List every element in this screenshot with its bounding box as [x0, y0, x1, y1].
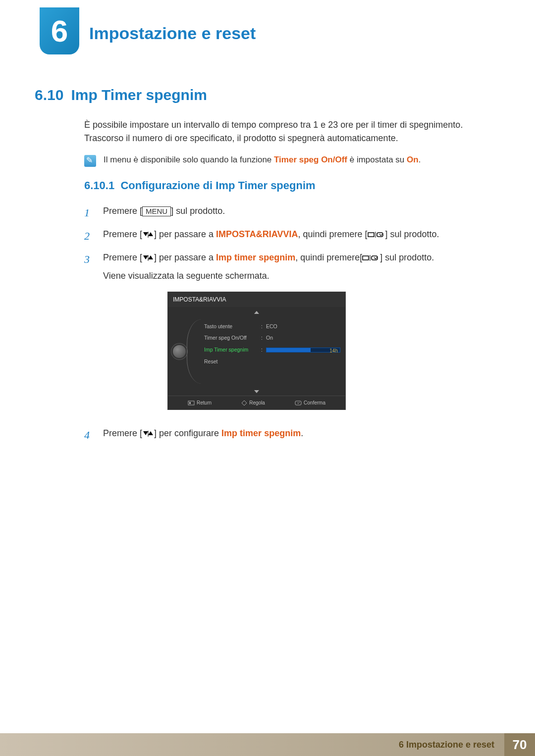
osd-up-arrow [168, 307, 345, 317]
down-up-icon [142, 231, 154, 238]
svg-marker-12 [254, 311, 259, 314]
osd-footer: Return Regola Conferma [168, 396, 345, 409]
note: Il menu è disponibile solo quando la fun… [84, 155, 476, 167]
step-3: 3 Premere [ ] per passare a Imp timer sp… [84, 251, 476, 420]
note-text: Il menu è disponibile solo quando la fun… [104, 155, 421, 165]
note-icon [84, 155, 96, 167]
osd-row-active: Imp Timer spegnim: 14h [204, 344, 340, 356]
svg-rect-3 [368, 233, 374, 237]
step-1: 1 Premere [MENU] sul prodotto. [84, 204, 476, 221]
section-title: Imp Timer spegnim [71, 87, 207, 103]
step-number: 3 [84, 251, 94, 267]
section-number: 6.10 [35, 87, 63, 103]
step-3-extra: Viene visualizzata la seguente schermata… [103, 269, 434, 283]
step-number: 2 [84, 228, 94, 244]
osd-footer-return: Return [188, 399, 212, 406]
osd-row: Tasto utente:ECO [204, 321, 340, 333]
return-icon [188, 401, 195, 405]
gear-icon [173, 345, 186, 358]
osd-down-arrow [168, 386, 345, 396]
chapter-title: Impostazione e reset [89, 24, 256, 43]
svg-rect-14 [188, 401, 194, 405]
adjust-icon [241, 400, 247, 406]
subsection-heading: 6.10.1 Configurazione di Imp Timer spegn… [84, 179, 495, 192]
svg-marker-1 [148, 232, 153, 236]
footer-chapter-label: 6 Impostazione e reset [0, 733, 504, 756]
svg-rect-17 [295, 401, 301, 405]
step-list: 1 Premere [MENU] sul prodotto. 2 Premere… [84, 204, 476, 443]
chapter-header: 6 Impostazione e reset [40, 10, 495, 57]
step-4: 4 Premere [ ] per configurare Imp timer … [84, 427, 476, 443]
svg-marker-7 [148, 255, 153, 259]
svg-marker-19 [148, 431, 153, 435]
step-2: 2 Premere [ ] per passare a IMPOSTA&RIAV… [84, 228, 476, 244]
osd-title: IMPOSTA&RIAVVIA [168, 292, 345, 307]
confirm-icon [295, 401, 302, 405]
osd-panel: IMPOSTA&RIAVVIA Tasto utente:ECO [167, 292, 346, 410]
svg-marker-18 [143, 431, 148, 435]
step-number: 4 [84, 427, 94, 443]
svg-rect-9 [363, 256, 369, 260]
osd-footer-adjust: Regola [241, 399, 265, 406]
svg-marker-0 [143, 232, 148, 236]
down-up-icon [142, 254, 154, 261]
intro-paragraph: È possibile impostare un intervallo di t… [84, 118, 476, 145]
select-enter-icon [368, 231, 385, 238]
svg-marker-16 [242, 401, 247, 405]
osd-footer-confirm: Conferma [295, 399, 325, 406]
chapter-number-tab: 6 [40, 7, 79, 54]
page-footer: 6 Impostazione e reset 70 [0, 733, 535, 756]
down-up-icon [142, 430, 154, 437]
svg-marker-13 [254, 390, 259, 393]
osd-row: Timer speg On/Off:On [204, 332, 340, 344]
svg-rect-15 [189, 402, 191, 404]
subsection-title: Configurazione di Imp Timer spegnim [120, 179, 315, 192]
section-heading: 6.10Imp Timer spegnim [35, 87, 495, 103]
menu-button-label: MENU [142, 206, 171, 216]
select-enter-icon [362, 254, 380, 261]
subsection-number: 6.10.1 [84, 179, 114, 192]
footer-page-number: 70 [504, 733, 535, 756]
step-number: 1 [84, 204, 94, 221]
osd-slider: 14h [266, 348, 340, 353]
osd-row: Reset [204, 356, 340, 368]
svg-marker-6 [143, 255, 148, 259]
